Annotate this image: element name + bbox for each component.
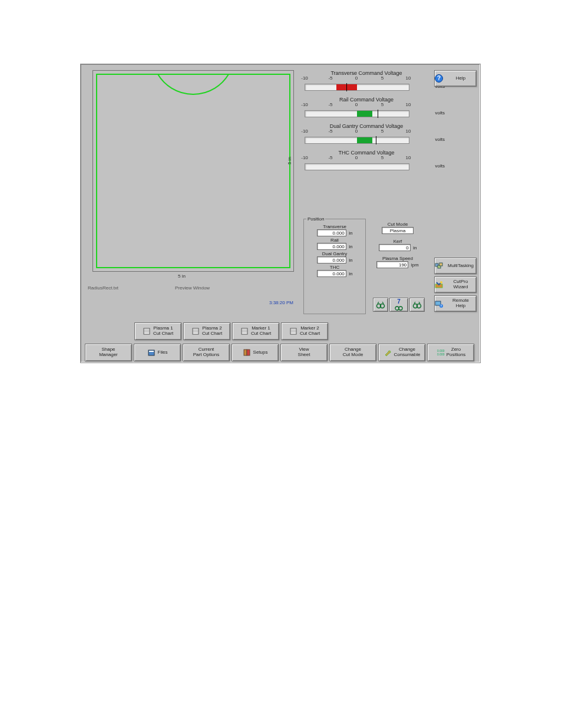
meter-bar: [305, 110, 409, 117]
cnc-control-window: 5 in 5 in RadiusRect.txt Preview Window …: [80, 64, 481, 363]
svg-rect-30: [149, 351, 154, 352]
meter-bar: [305, 84, 409, 91]
rail-unit: in: [349, 244, 352, 249]
marker1-cutchart-button[interactable]: Marker 1 Cut Chart: [232, 322, 279, 340]
dual-gantry-label: Dual Gantry: [306, 251, 363, 256]
change-cut-mode-button[interactable]: Change Cut Mode: [329, 344, 376, 361]
meter-unit: volts: [435, 163, 445, 169]
svg-rect-26: [290, 328, 296, 334]
chart-icon: [191, 327, 200, 335]
change-consumable-button[interactable]: Change Consumable: [378, 344, 425, 361]
zero-icon: 0.0000.000: [436, 348, 444, 357]
rail-voltage-meter: Rail Command Voltage -10 -5 0 5 10 volts: [305, 97, 428, 115]
part-path-svg: [93, 71, 293, 271]
preview-window: [92, 70, 294, 272]
plasma1-cutchart-button[interactable]: Plasma 1 Cut Chart: [134, 322, 181, 340]
binoculars-icon: [376, 301, 385, 309]
kerf-unit: in: [413, 245, 416, 251]
view-number: 7: [397, 298, 401, 305]
view-sheet-button[interactable]: View Sheet: [280, 344, 328, 361]
files-button[interactable]: Files: [134, 344, 181, 361]
zero-positions-button[interactable]: 0.0000.000 Zero Positions: [427, 344, 474, 361]
main-toolbar: Shape Manager Files Current Part Options…: [85, 344, 476, 361]
thc-value: 0.000: [317, 270, 346, 277]
preview-filename: RadiusRect.txt: [88, 285, 118, 291]
remote-help-icon: ?: [435, 299, 443, 308]
view-prev-button[interactable]: [373, 298, 388, 312]
svg-rect-31: [244, 350, 247, 355]
wrench-icon: [384, 348, 392, 357]
remote-help-button[interactable]: ? Remote Help: [434, 295, 477, 312]
setups-icon: [243, 348, 251, 357]
svg-rect-5: [439, 263, 442, 266]
rail-value: 0.000: [317, 243, 346, 250]
svg-point-13: [395, 307, 399, 310]
preview-x-scale: 5 in: [178, 274, 186, 279]
binoculars-icon: [412, 301, 422, 309]
dual-gantry-value: 0.000: [317, 256, 346, 263]
clock: 3:38:20 PM: [269, 300, 293, 305]
chart-icon: [143, 327, 151, 335]
view-next-button[interactable]: [409, 298, 425, 312]
thc-label: THC: [306, 265, 363, 270]
view-number-button[interactable]: 7: [389, 298, 408, 312]
transverse-label: Transverse: [306, 224, 363, 229]
setups-button[interactable]: Setups: [232, 344, 279, 361]
cut-mode-value: Plasma: [382, 227, 414, 234]
dual-gantry-voltage-meter: Dual Gantry Command Voltage -10 -5 0 5 1…: [305, 123, 428, 141]
preview-y-scale: 5 in: [287, 157, 292, 164]
svg-rect-23: [242, 328, 247, 334]
svg-point-14: [399, 307, 402, 310]
plasma-speed-label: Plasma Speed: [369, 256, 426, 261]
shape-manager-button[interactable]: Shape Manager: [85, 344, 132, 361]
transverse-unit: in: [349, 230, 352, 236]
help-icon: ?: [435, 74, 443, 83]
svg-text:?: ?: [441, 304, 442, 308]
chart-icon: [289, 327, 297, 335]
thc-voltage-meter: THC Command Voltage -10 -5 0 5 10 volts: [305, 150, 428, 168]
svg-rect-17: [144, 328, 150, 334]
cut-parameters: Cut Mode Plasma Kerf 0 in Plasma Speed 1…: [369, 220, 426, 273]
preview-title: Preview Window: [175, 285, 210, 291]
transverse-value: 0.000: [317, 229, 346, 236]
multitasking-button[interactable]: MultiTasking: [434, 258, 477, 274]
meter-unit: volts: [435, 137, 445, 142]
svg-point-7: [440, 281, 442, 284]
help-button[interactable]: ? Help: [434, 70, 477, 87]
marker2-cutchart-button[interactable]: Marker 2 Cut Chart: [281, 322, 328, 340]
binoculars-icon: [394, 305, 404, 311]
kerf-label: Kerf: [369, 239, 426, 244]
plasma-speed-value: 190: [376, 261, 408, 268]
position-legend: Position: [306, 216, 325, 222]
meter-unit: volts: [435, 110, 445, 116]
cut-mode-label: Cut Mode: [369, 222, 426, 227]
transverse-voltage-meter: Transverse Command Voltage -10 -5 0 5 10…: [305, 70, 428, 88]
meter-bar: [305, 137, 409, 144]
chart-icon: [240, 327, 249, 335]
svg-text:0.000: 0.000: [437, 353, 445, 356]
wizard-icon: [435, 281, 443, 289]
thc-unit: in: [349, 271, 352, 276]
plasma-speed-unit: ipm: [411, 262, 419, 268]
multitasking-icon: [435, 262, 443, 270]
current-part-options-button[interactable]: Current Part Options: [183, 344, 230, 361]
cutchart-toolbar: Plasma 1 Cut Chart Plasma 2 Cut Chart Ma…: [85, 322, 476, 340]
plasma2-cutchart-button[interactable]: Plasma 2 Cut Chart: [183, 322, 230, 340]
svg-text:?: ?: [437, 75, 441, 81]
svg-rect-32: [247, 350, 250, 355]
position-panel: Position Transverse 0.000 in Rail 0.000 …: [303, 216, 366, 314]
meter-bar: [305, 163, 409, 170]
dual-gantry-unit: in: [349, 258, 352, 263]
voltage-meters: Transverse Command Voltage -10 -5 0 5 10…: [305, 70, 428, 176]
cutpro-wizard-button[interactable]: CutPro Wizard: [434, 276, 477, 293]
rail-label: Rail: [306, 238, 363, 243]
kerf-value: 0: [379, 244, 411, 251]
svg-rect-20: [193, 328, 199, 334]
svg-rect-0: [97, 74, 290, 268]
files-icon: [147, 348, 156, 357]
